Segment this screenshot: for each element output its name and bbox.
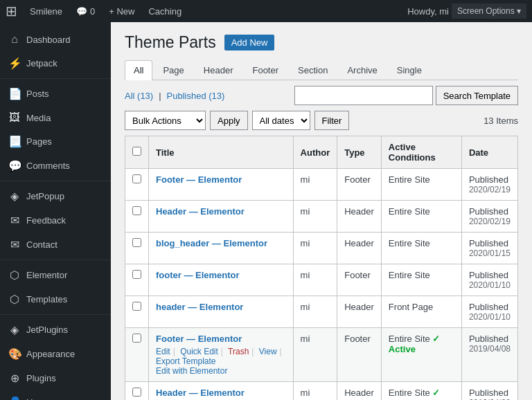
column-date[interactable]: Date <box>461 136 517 169</box>
all-status-link[interactable]: All (13) <box>125 91 153 101</box>
row-title-cell: blog_header — Elementor Edit| Quick Edit… <box>149 233 294 264</box>
quick-edit-link[interactable]: Quick Edit <box>180 347 218 356</box>
date-value: 2020/02/19 <box>469 185 511 194</box>
caching-label: Caching <box>148 6 181 17</box>
pages-icon: 📃 <box>8 135 21 148</box>
sidebar-item-elementor[interactable]: ⬡ Elementor <box>0 263 111 287</box>
row-title-link[interactable]: Header — Elementor <box>156 388 245 398</box>
filter-tab-archive[interactable]: Archive <box>338 60 386 80</box>
toolbar-left: Bulk Actions Edit Move to Trash Apply Al… <box>125 111 349 130</box>
edit-with-elementor-link[interactable]: Edit with Elementor <box>156 366 227 376</box>
column-author[interactable]: Author <box>293 136 337 169</box>
table-row: Header — Elementor Edit| Quick Edit| Tra… <box>125 382 518 401</box>
view-link[interactable]: View <box>259 347 277 356</box>
jetpopup-icon: ◈ <box>8 190 21 203</box>
date-value: 2019/04/08 <box>469 344 511 354</box>
row-title-link[interactable]: header — Elementor <box>156 302 243 312</box>
filter-tab-page[interactable]: Page <box>154 60 193 80</box>
sidebar-item-jetpack[interactable]: ⚡ Jetpack <box>0 51 111 75</box>
row-title-link[interactable]: footer — Elementor <box>156 270 240 280</box>
row-checkbox[interactable] <box>132 174 141 183</box>
published-status-link[interactable]: Published (13) <box>167 91 225 101</box>
posts-icon: 📄 <box>8 87 21 100</box>
row-title-link[interactable]: Footer — Elementor <box>156 174 242 185</box>
add-new-button[interactable]: Add New <box>224 35 275 51</box>
admin-bar-caching[interactable]: Caching <box>144 0 186 22</box>
edit-link[interactable]: Edit <box>156 347 170 356</box>
page-title: Theme Parts <box>125 33 216 52</box>
filter-tab-section[interactable]: Section <box>289 60 337 80</box>
column-active-conditions[interactable]: Active Conditions <box>381 136 461 169</box>
date-status: Published <box>469 206 511 217</box>
row-type-cell: Header <box>337 201 382 233</box>
filter-button[interactable]: Filter <box>314 111 350 130</box>
filter-tab-header[interactable]: Header <box>195 60 242 80</box>
row-author-cell: mi <box>293 201 337 233</box>
row-checkbox[interactable] <box>132 206 141 215</box>
date-status: Published <box>469 174 511 185</box>
sidebar-item-templates[interactable]: ⬡ Templates <box>0 287 111 311</box>
row-checkbox[interactable] <box>132 388 141 397</box>
filter-tabs: All Page Header Footer Section Archive S… <box>125 60 518 80</box>
date-status: Published <box>469 334 511 344</box>
sidebar-item-media[interactable]: 🖼 Media <box>0 106 111 129</box>
filter-tab-single[interactable]: Single <box>388 60 431 80</box>
howdy-label: Howdy, mi <box>407 6 449 17</box>
row-type-cell: Header <box>337 296 382 328</box>
apply-button[interactable]: Apply <box>210 111 248 130</box>
sidebar-separator-4 <box>0 314 111 315</box>
column-type[interactable]: Type <box>337 136 382 169</box>
sidebar-item-comments[interactable]: 💬 Comments <box>0 154 111 178</box>
table-header-row: Title Author Type Active Conditions Date <box>125 136 518 169</box>
table-row: header — Elementor Edit| Quick Edit| Tra… <box>125 296 518 328</box>
row-title-link[interactable]: blog_header — Elementor <box>156 238 267 248</box>
date-status: Published <box>469 238 511 248</box>
filter-tab-all[interactable]: All <box>125 60 152 80</box>
row-checkbox[interactable] <box>132 270 141 279</box>
active-badge: ✓ Active <box>389 388 441 400</box>
plugins-icon: ⊕ <box>8 372 21 385</box>
row-checkbox[interactable] <box>132 238 141 247</box>
sidebar-item-users[interactable]: 👤 Users <box>0 390 111 400</box>
row-title-cell: Footer — Elementor Edit| Quick Edit| Tra… <box>149 169 294 201</box>
row-checkbox[interactable] <box>132 302 141 311</box>
column-checkbox <box>125 136 149 169</box>
search-button[interactable]: Search Template <box>436 86 518 105</box>
bulk-actions-select[interactable]: Bulk Actions Edit Move to Trash <box>125 111 206 130</box>
sidebar-item-feedback[interactable]: ✉ Feedback <box>0 208 111 233</box>
admin-bar-new[interactable]: + New <box>105 0 139 22</box>
trash-link[interactable]: Trash <box>228 347 249 356</box>
sidebar-separator-1 <box>0 78 111 79</box>
row-active-conditions-cell: Entire Site <box>381 169 461 201</box>
table-row: Footer — Elementor Edit| Quick Edit| Tra… <box>125 328 518 382</box>
row-date-cell: Published 2020/02/19 <box>461 169 517 201</box>
search-input[interactable] <box>294 86 433 105</box>
row-title-link[interactable]: Footer — Elementor <box>156 334 242 344</box>
filter-tab-footer[interactable]: Footer <box>243 60 287 80</box>
admin-bar-comments[interactable]: 💬 0 <box>72 0 99 22</box>
sidebar-item-label: Appearance <box>26 349 75 359</box>
table-head: Title Author Type Active Conditions Date <box>125 136 518 169</box>
sidebar-item-contact[interactable]: ✉ Contact <box>0 233 111 257</box>
sidebar-item-jetpopup[interactable]: ◈ JetPopup <box>0 184 111 208</box>
status-separator: | <box>159 91 161 101</box>
row-title-link[interactable]: Header — Elementor <box>156 206 245 217</box>
export-template-link[interactable]: Export Template <box>156 356 216 366</box>
item-count: 13 Items <box>484 116 518 126</box>
sidebar-item-label: Media <box>26 113 51 123</box>
sidebar-item-posts[interactable]: 📄 Posts <box>0 82 111 106</box>
select-all-checkbox[interactable] <box>132 147 141 156</box>
sidebar-item-label: Templates <box>26 294 67 304</box>
sidebar-item-pages[interactable]: 📃 Pages <box>0 129 111 154</box>
dates-select[interactable]: All dates <box>252 111 310 130</box>
row-checkbox[interactable] <box>132 334 141 343</box>
admin-bar-site-name[interactable]: Smilene <box>26 0 66 22</box>
sidebar-item-appearance[interactable]: 🎨 Appearance <box>0 342 111 366</box>
screen-options-button[interactable]: Screen Options ▾ <box>452 3 526 19</box>
date-status: Published <box>469 388 511 398</box>
column-title[interactable]: Title <box>149 136 294 169</box>
sidebar-item-jetplugins[interactable]: ◈ JetPlugins <box>0 318 111 342</box>
comments-icon: 💬 <box>8 159 21 172</box>
sidebar-item-plugins[interactable]: ⊕ Plugins <box>0 366 111 390</box>
sidebar-item-dashboard[interactable]: ⌂ Dashboard <box>0 28 111 51</box>
